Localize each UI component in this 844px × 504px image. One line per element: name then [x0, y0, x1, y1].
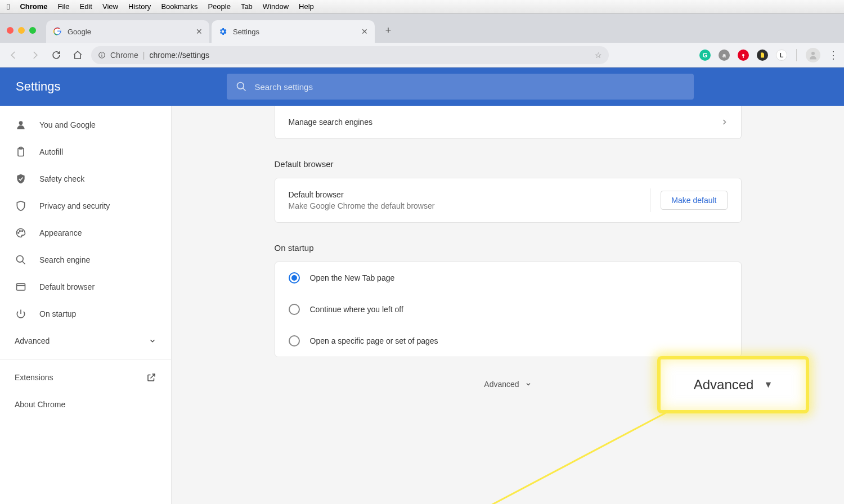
sidebar-item-privacy[interactable]: Privacy and security [0, 192, 171, 219]
svg-line-15 [448, 412, 667, 504]
clipboard-icon [15, 146, 27, 158]
window-maximize-button[interactable] [29, 27, 36, 34]
sidebar-item-label: You and Google [39, 120, 96, 129]
sidebar-item-extensions[interactable]: Extensions [0, 364, 171, 391]
default-browser-heading: Default browser [275, 159, 742, 169]
macos-menu-people[interactable]: People [208, 2, 230, 11]
sidebar-divider [0, 359, 171, 359]
radio-icon[interactable] [289, 304, 300, 315]
ext-amazon-icon[interactable]: a [719, 50, 730, 61]
make-default-button[interactable]: Make default [661, 191, 727, 210]
tab-close-icon[interactable]: ✕ [196, 27, 203, 36]
search-icon [15, 254, 27, 266]
radio-icon[interactable] [289, 272, 300, 284]
tab-close-icon[interactable]: ✕ [361, 27, 368, 36]
svg-point-10 [18, 232, 19, 233]
url-path: chrome://settings [149, 51, 209, 60]
apple-logo-icon:  [7, 2, 10, 11]
callout-highlight: Advanced ▼ [657, 356, 809, 413]
radio-icon[interactable] [289, 335, 300, 346]
macos-app-name[interactable]: Chrome [20, 2, 47, 11]
external-link-icon [146, 372, 156, 382]
sidebar-item-label: About Chrome [15, 400, 65, 409]
bookmark-star-icon[interactable]: ☆ [595, 51, 602, 60]
settings-search[interactable] [227, 74, 694, 100]
ext-lifewire-icon[interactable]: L [776, 50, 787, 61]
sidebar-advanced-toggle[interactable]: Advanced [0, 327, 171, 354]
startup-option-new-tab[interactable]: Open the New Tab page [275, 262, 741, 294]
toolbar-divider [796, 49, 797, 61]
ext-pinterest-icon[interactable] [738, 50, 749, 61]
ext-grammarly-icon[interactable]: G [699, 50, 711, 61]
svg-point-13 [17, 256, 24, 263]
google-favicon-icon [53, 27, 62, 36]
profile-avatar[interactable] [806, 48, 820, 62]
gear-favicon-icon [218, 27, 227, 36]
tab-settings[interactable]: Settings ✕ [212, 20, 375, 43]
manage-search-engines-row[interactable]: Manage search engines [275, 106, 741, 138]
default-browser-subtitle: Make Google Chrome the default browser [289, 201, 435, 210]
tab-google[interactable]: Google ✕ [46, 20, 209, 43]
sidebar-item-label: On startup [39, 309, 76, 318]
sidebar-item-you-and-google[interactable]: You and Google [0, 111, 171, 138]
browser-toolbar: Chrome | chrome://settings ☆ G a L ⋮ [0, 43, 844, 68]
sidebar-item-safety-check[interactable]: Safety check [0, 165, 171, 192]
macos-menu-file[interactable]: File [58, 2, 70, 11]
settings-sidebar: You and Google Autofill Safety check Pri… [0, 106, 172, 504]
startup-option-continue[interactable]: Continue where you left off [275, 294, 741, 325]
sidebar-item-default-browser[interactable]: Default browser [0, 273, 171, 300]
sidebar-item-label: Default browser [39, 282, 95, 291]
address-bar[interactable]: Chrome | chrome://settings ☆ [91, 46, 609, 64]
site-info-icon[interactable] [98, 51, 106, 59]
window-minimize-button[interactable] [18, 27, 25, 34]
sidebar-advanced-label: Advanced [15, 336, 50, 345]
macos-menu-bookmarks[interactable]: Bookmarks [161, 2, 197, 11]
svg-point-5 [811, 52, 815, 55]
macos-menu-edit[interactable]: Edit [80, 2, 92, 11]
radio-label: Continue where you left off [310, 305, 403, 314]
svg-rect-14 [17, 284, 25, 290]
shield-check-icon [15, 173, 27, 185]
new-tab-button[interactable]: + [380, 22, 396, 38]
macos-menu-view[interactable]: View [102, 2, 118, 11]
macos-menu-history[interactable]: History [128, 2, 151, 11]
url-scheme: Chrome [110, 51, 138, 60]
default-browser-title: Default browser [289, 190, 435, 199]
sidebar-item-label: Extensions [15, 373, 53, 382]
sidebar-item-appearance[interactable]: Appearance [0, 219, 171, 246]
startup-option-specific-pages[interactable]: Open a specific page or set of pages [275, 325, 741, 357]
radio-label: Open a specific page or set of pages [310, 336, 438, 345]
window-close-button[interactable] [7, 27, 14, 34]
search-icon [236, 81, 247, 92]
home-button[interactable] [70, 47, 86, 63]
macos-menu-tab[interactable]: Tab [241, 2, 253, 11]
svg-point-6 [237, 83, 244, 89]
extension-icons: G a L ⋮ [699, 48, 838, 62]
sidebar-item-label: Privacy and security [39, 201, 110, 210]
default-browser-card: Default browser Make Google Chrome the d… [275, 178, 742, 223]
callout-label: Advanced [694, 377, 754, 393]
settings-search-input[interactable] [255, 82, 685, 92]
sidebar-item-label: Safety check [39, 174, 84, 183]
sidebar-item-autofill[interactable]: Autofill [0, 138, 171, 165]
reload-button[interactable] [48, 47, 64, 63]
settings-content[interactable]: Manage search engines Default browser De… [172, 106, 844, 504]
chevron-down-icon [149, 337, 156, 345]
sidebar-item-label: Autofill [39, 147, 63, 156]
callout-pointer-line [442, 410, 678, 504]
page-title: Settings [16, 79, 61, 94]
chrome-menu-button[interactable]: ⋮ [828, 49, 838, 61]
back-button[interactable] [6, 47, 21, 63]
settings-header: Settings [0, 68, 844, 106]
svg-point-12 [22, 231, 23, 232]
settings-page: Settings You and Google Autofill [0, 68, 844, 504]
sidebar-item-about[interactable]: About Chrome [0, 391, 171, 418]
forward-button[interactable] [27, 47, 43, 63]
macos-menu-help[interactable]: Help [299, 2, 314, 11]
sidebar-item-on-startup[interactable]: On startup [0, 300, 171, 327]
search-engine-card: Manage search engines [275, 106, 742, 139]
sidebar-item-search-engine[interactable]: Search engine [0, 246, 171, 273]
palette-icon [15, 227, 27, 239]
macos-menu-window[interactable]: Window [263, 2, 289, 11]
ext-evernote-icon[interactable] [757, 50, 768, 61]
